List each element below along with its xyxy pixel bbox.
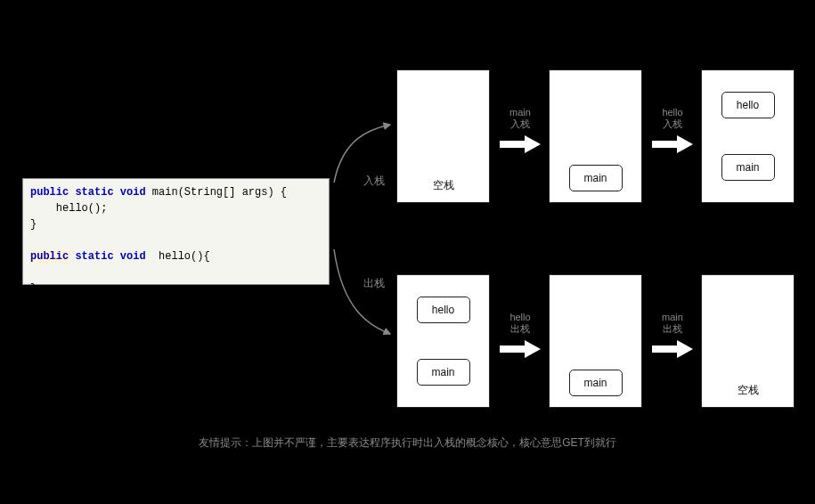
push-arrow-2: hello 入栈 <box>648 107 697 155</box>
pop-box-2: main <box>549 274 642 408</box>
arrow-right-icon <box>650 134 695 155</box>
branch-label-pop: 出栈 <box>363 276 385 291</box>
push-box-2-frame-main: main <box>569 165 623 191</box>
code-kw-1: public static void <box>30 186 146 199</box>
code-kw-2: static void <box>69 250 145 263</box>
footer-text: 友情提示：上图并不严谨，主要表达程序执行时出入栈的概念核心，核心意思GET到就行 <box>0 435 815 451</box>
code-text-1: main(String[] args) { <box>146 186 287 199</box>
pop-arrow-1-caption: hello 出栈 <box>509 312 530 335</box>
code-kw-hl: public <box>30 250 69 263</box>
pop-arrow-1: hello 出栈 <box>496 312 544 360</box>
push-arrow-1-caption: main 入栈 <box>509 107 531 130</box>
pop-box-2-frame-main: main <box>569 370 623 396</box>
code-line-3: } <box>30 218 37 231</box>
push-box-3-frame-hello: hello <box>721 92 775 118</box>
pop-box-3-label: 空栈 <box>702 383 794 398</box>
pop-box-3: 空栈 <box>701 274 795 408</box>
push-box-3-frame-main: main <box>721 154 775 181</box>
push-arrow-1: main 入栈 <box>496 107 544 155</box>
pop-arrow-2-caption: main 出栈 <box>662 312 683 335</box>
code-block: public static void main(String[] args) {… <box>22 178 330 285</box>
code-line-5: } <box>30 282 37 295</box>
arrow-right-icon <box>498 134 542 155</box>
push-box-2: main <box>549 69 642 203</box>
push-arrow-2-caption: hello 入栈 <box>662 107 682 130</box>
push-box-1-label: 空栈 <box>397 178 489 193</box>
push-box-3: hello main <box>701 69 795 203</box>
branch-label-push: 入栈 <box>363 174 385 189</box>
push-box-1: 空栈 <box>396 69 490 203</box>
pop-box-1-frame-main: main <box>417 359 470 386</box>
code-line-2: hello(); <box>30 202 107 215</box>
pop-box-1: hello main <box>396 274 490 408</box>
pop-arrow-2: main 出栈 <box>648 312 697 360</box>
arrow-right-icon <box>650 338 695 360</box>
branch-curve-pop <box>330 245 396 343</box>
code-text-2: hello(){ <box>146 250 210 263</box>
pop-box-1-frame-hello: hello <box>417 297 470 323</box>
arrow-right-icon <box>498 338 542 360</box>
